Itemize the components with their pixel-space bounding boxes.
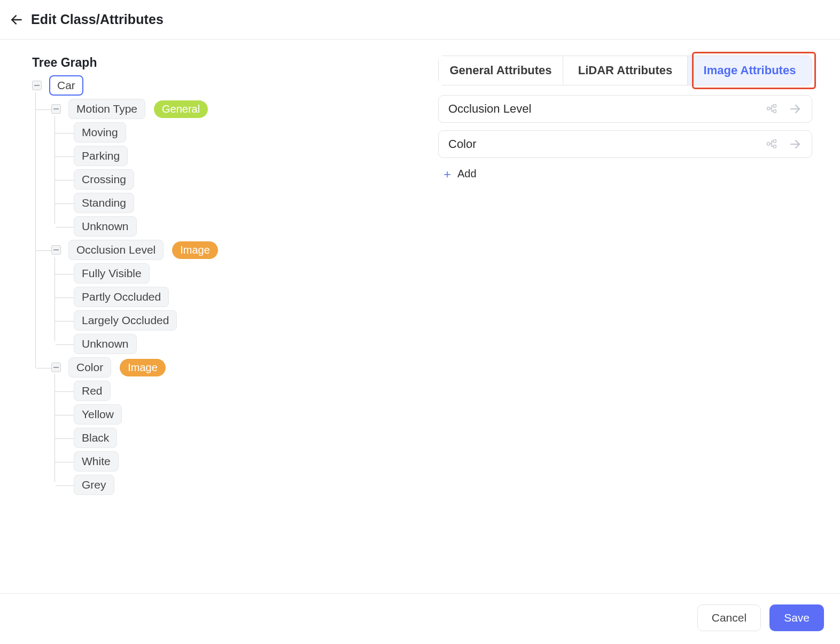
- tree-node-group[interactable]: Color: [68, 357, 111, 378]
- save-button[interactable]: Save: [769, 604, 824, 631]
- tree-title: Tree Graph: [32, 56, 374, 70]
- tree-node-leaf[interactable]: Red: [74, 381, 111, 401]
- svg-rect-7: [773, 145, 776, 148]
- body: Tree Graph CarMotion TypeGeneralMovingPa…: [0, 40, 840, 593]
- collapse-toggle[interactable]: [51, 104, 61, 114]
- tree-node-leaf[interactable]: Fully Visible: [74, 263, 150, 284]
- scope-badge: Image: [120, 359, 166, 376]
- back-arrow-icon[interactable]: [10, 13, 24, 27]
- tree-node-leaf[interactable]: Crossing: [74, 169, 134, 190]
- tab[interactable]: Image Attributes: [687, 56, 812, 85]
- branch-icon[interactable]: [766, 139, 777, 150]
- branch-icon[interactable]: [766, 104, 777, 114]
- tree-node-root[interactable]: Car: [49, 75, 83, 96]
- svg-rect-3: [773, 110, 776, 113]
- add-label: Add: [457, 168, 477, 180]
- scope-badge: General: [154, 100, 208, 118]
- cancel-button[interactable]: Cancel: [697, 604, 761, 631]
- attribute-name: Color: [448, 137, 477, 151]
- page-title: Edit Class/Attributes: [31, 12, 164, 27]
- tree-node-leaf[interactable]: Black: [74, 428, 117, 448]
- attribute-row[interactable]: Occlusion Level: [438, 95, 812, 123]
- tree-node-leaf[interactable]: White: [74, 451, 119, 472]
- collapse-toggle[interactable]: [51, 363, 61, 372]
- tree-graph: CarMotion TypeGeneralMovingParkingCrossi…: [32, 72, 374, 495]
- attribute-tabs: General AttributesLiDAR AttributesImage …: [438, 56, 812, 85]
- arrow-right-icon[interactable]: [788, 138, 802, 151]
- collapse-toggle[interactable]: [32, 81, 42, 90]
- svg-rect-6: [773, 140, 776, 143]
- attribute-list: Occlusion LevelColor: [438, 95, 812, 158]
- tree-node-leaf[interactable]: Parking: [74, 146, 128, 166]
- arrow-right-icon[interactable]: [788, 103, 802, 115]
- tree-node-leaf[interactable]: Unknown: [74, 216, 137, 237]
- attribute-name: Occlusion Level: [448, 102, 531, 116]
- plus-icon: ＋: [441, 168, 453, 180]
- tree-node-leaf[interactable]: Largely Occluded: [74, 310, 177, 331]
- footer: Cancel Save: [0, 593, 840, 644]
- tree-node-leaf[interactable]: Yellow: [74, 404, 122, 425]
- right-panel: General AttributesLiDAR AttributesImage …: [438, 56, 812, 577]
- scope-badge: Image: [172, 241, 218, 259]
- tree-node-leaf[interactable]: Unknown: [74, 334, 137, 354]
- add-attribute-button[interactable]: ＋ Add: [438, 166, 480, 182]
- tree-node-leaf[interactable]: Moving: [74, 122, 126, 143]
- tree-node-group[interactable]: Motion Type: [68, 99, 145, 119]
- svg-rect-5: [767, 143, 770, 145]
- tab[interactable]: General Attributes: [439, 56, 563, 85]
- header: Edit Class/Attributes: [0, 0, 840, 40]
- svg-rect-2: [773, 105, 776, 107]
- left-panel: Tree Graph CarMotion TypeGeneralMovingPa…: [32, 56, 374, 577]
- svg-rect-1: [767, 107, 770, 110]
- tree-node-group[interactable]: Occlusion Level: [68, 240, 164, 260]
- tree-node-leaf[interactable]: Partly Occluded: [74, 287, 169, 307]
- tab[interactable]: LiDAR Attributes: [563, 56, 687, 85]
- tree-node-leaf[interactable]: Standing: [74, 193, 134, 213]
- collapse-toggle[interactable]: [51, 245, 61, 255]
- tree-node-leaf[interactable]: Grey: [74, 475, 114, 495]
- attribute-row[interactable]: Color: [438, 130, 812, 158]
